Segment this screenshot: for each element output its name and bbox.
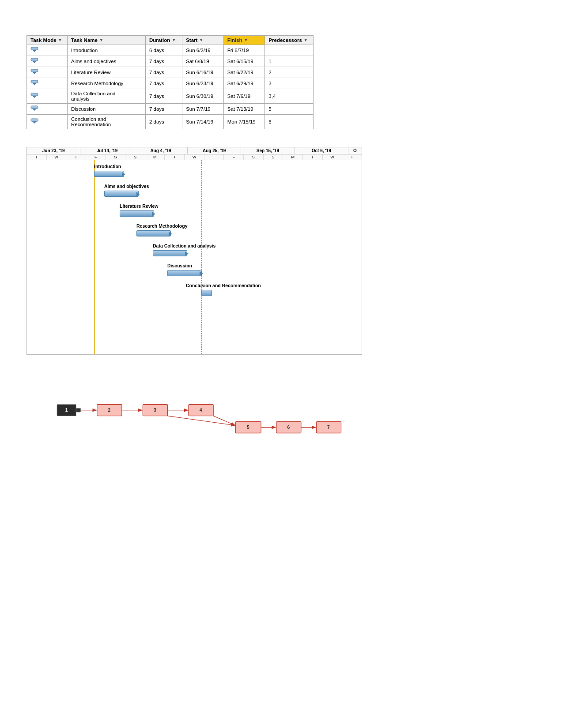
node-label-5: 5	[247, 425, 249, 430]
header-task-mode: Task Mode ▼	[27, 36, 68, 45]
gantt-label-3: Literature Review	[120, 203, 159, 209]
node-label-2: 2	[108, 408, 111, 413]
task-finish-cell: Sat 6/22/19	[223, 67, 265, 78]
gantt-yellow-vline	[94, 160, 95, 354]
task-start-cell: Sun 6/30/19	[182, 89, 224, 104]
table-row: Introduction6 daysSun 6/2/19Fri 6/7/19	[27, 45, 314, 56]
header-finish: Finish ▼	[223, 36, 265, 45]
gantt-table: Task Mode ▼ Task Name ▼ Duration ▼	[26, 35, 314, 129]
period-2: Jul 14, '19	[80, 147, 134, 154]
sort-arrow-predecessors[interactable]: ▼	[304, 38, 308, 42]
node-handle-1	[76, 408, 80, 412]
network-diagram: 1 2 3 4 5 6 7	[26, 377, 362, 447]
task-finish-cell: Sat 7/13/19	[223, 104, 265, 115]
gantt-bar-6	[167, 270, 202, 276]
task-finish-cell: Sat 6/15/19	[223, 56, 265, 67]
sort-arrow-task-name[interactable]: ▼	[99, 38, 103, 42]
task-predecessors-cell: 1	[265, 56, 314, 67]
svg-marker-11	[32, 109, 37, 111]
sort-arrow-task-mode[interactable]: ▼	[58, 38, 62, 42]
svg-marker-5	[32, 72, 37, 74]
task-mode-cell	[27, 89, 68, 104]
task-mode-cell	[27, 67, 68, 78]
gantt-arrow-1	[122, 172, 125, 176]
sort-arrow-finish[interactable]: ▼	[244, 38, 248, 42]
gantt-label-5: Data Collection and analysis	[153, 243, 215, 248]
svg-rect-6	[31, 80, 38, 83]
task-name-cell: Data Collection andanalysis	[68, 89, 146, 104]
task-predecessors-cell: 3	[265, 78, 314, 89]
network-diagram-section: 1 2 3 4 5 6 7	[26, 377, 537, 449]
arrow-3-5	[168, 416, 236, 426]
node-label-4: 4	[200, 408, 202, 413]
task-name-cell: Discussion	[68, 104, 146, 115]
task-name-cell: Research Methodology	[68, 78, 146, 89]
header-predecessors: Predecessors ▼	[265, 36, 314, 45]
task-name-cell: Conclusion andRecommendation	[68, 115, 146, 129]
svg-marker-7	[32, 83, 37, 85]
task-name-cell: Aims and objectives	[68, 56, 146, 67]
task-finish-cell: Sat 7/6/19	[223, 89, 265, 104]
gantt-bar-1	[94, 171, 124, 177]
gantt-chart-section: Jun 23, '19 Jul 14, '19 Aug 4, '19 Aug 2…	[26, 147, 537, 355]
task-start-cell: Sun 6/2/19	[182, 45, 224, 56]
header-start: Start ▼	[182, 36, 224, 45]
svg-rect-0	[31, 47, 38, 50]
period-7: O	[348, 147, 362, 154]
gantt-bar-5	[153, 250, 187, 256]
table-row: Aims and objectives7 daysSat 6/8/19Sat 6…	[27, 56, 314, 67]
gantt-arrow-4	[169, 232, 172, 236]
task-predecessors-cell: 2	[265, 67, 314, 78]
task-duration-cell: 7 days	[145, 89, 182, 104]
task-mode-cell	[27, 56, 68, 67]
gantt-label-7: Conclusion and Recommendation	[186, 283, 261, 288]
task-duration-cell: 7 days	[145, 104, 182, 115]
task-finish-cell: Sat 6/29/19	[223, 78, 265, 89]
table-row: Literature Review7 daysSun 6/16/19Sat 6/…	[27, 67, 314, 78]
sort-arrow-duration[interactable]: ▼	[172, 38, 176, 42]
task-finish-cell: Mon 7/15/19	[223, 115, 265, 129]
task-start-cell: Sat 6/8/19	[182, 56, 224, 67]
task-predecessors-cell: 6	[265, 115, 314, 129]
gantt-bar-7	[201, 290, 212, 296]
task-start-cell: Sun 7/14/19	[182, 115, 224, 129]
task-mode-cell	[27, 45, 68, 56]
gantt-bar-2	[104, 191, 139, 197]
gantt-arrow-2	[136, 192, 140, 196]
task-finish-cell: Fri 6/7/19	[223, 45, 265, 56]
period-5: Sep 15, '19	[241, 147, 295, 154]
task-mode-icon	[30, 80, 38, 86]
period-4: Aug 25, '19	[188, 147, 241, 154]
svg-marker-13	[32, 121, 37, 124]
table-row: Discussion7 daysSun 7/7/19Sat 7/13/195	[27, 104, 314, 115]
task-duration-cell: 7 days	[145, 78, 182, 89]
task-mode-icon	[30, 118, 38, 124]
period-3: Aug 4, '19	[134, 147, 188, 154]
svg-marker-1	[32, 50, 37, 52]
table-row: Data Collection andanalysis7 daysSun 6/3…	[27, 89, 314, 104]
gantt-label-6: Discussion	[167, 263, 192, 268]
task-start-cell: Sun 7/7/19	[182, 104, 224, 115]
sort-arrow-start[interactable]: ▼	[199, 38, 203, 42]
task-predecessors-cell	[265, 45, 314, 56]
task-mode-icon	[30, 93, 38, 99]
task-predecessors-cell: 3,4	[265, 89, 314, 104]
svg-marker-9	[32, 96, 37, 98]
task-mode-icon	[30, 58, 38, 64]
svg-rect-12	[31, 119, 38, 121]
svg-rect-4	[31, 69, 38, 72]
svg-rect-10	[31, 106, 38, 109]
task-mode-cell	[27, 104, 68, 115]
gantt-chart-body: Introduction Aims and objectives Literat…	[27, 160, 362, 354]
node-label-3: 3	[154, 408, 156, 413]
task-name-cell: Introduction	[68, 45, 146, 56]
task-mode-cell	[27, 115, 68, 129]
svg-rect-2	[31, 58, 38, 61]
node-label-1: 1	[65, 408, 68, 413]
task-duration-cell: 2 days	[145, 115, 182, 129]
gantt-label-2: Aims and objectives	[104, 184, 149, 189]
gantt-arrow-6	[200, 271, 203, 276]
svg-marker-3	[32, 61, 37, 63]
task-mode-icon	[30, 47, 38, 53]
task-table-section: Task Mode ▼ Task Name ▼ Duration ▼	[26, 35, 537, 129]
